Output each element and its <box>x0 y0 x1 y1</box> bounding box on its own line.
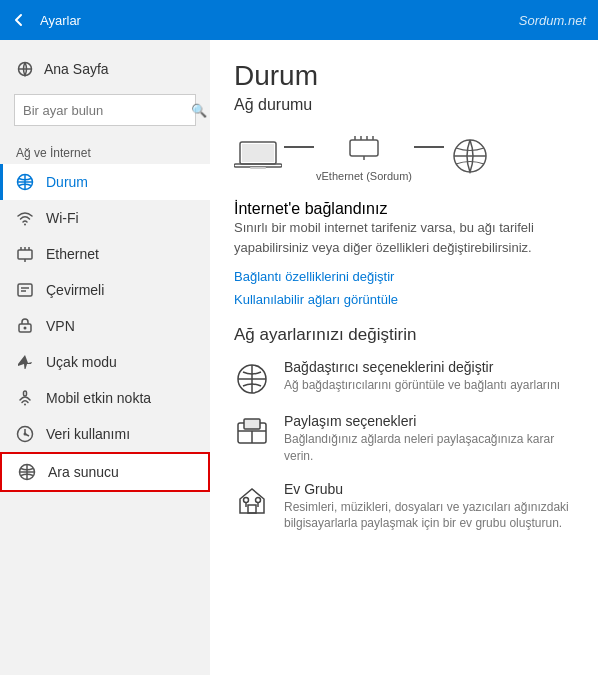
settings-item-ev-grubu[interactable]: Ev Grubu Resimleri, müzikleri, dosyaları… <box>234 481 574 533</box>
svg-rect-26 <box>250 167 266 169</box>
search-box[interactable]: 🔍 <box>14 94 196 126</box>
network-adapter-label: vEthernet (Sordum) <box>316 170 412 182</box>
sidebar-durum-label: Durum <box>46 174 88 190</box>
home-icon <box>16 60 34 78</box>
sidebar-item-ara-sunucu[interactable]: Ara sunucu <box>0 452 210 492</box>
proxy-icon <box>18 463 36 481</box>
ev-grubu-text: Ev Grubu Resimleri, müzikleri, dosyaları… <box>284 481 574 533</box>
connected-title: İnternet'e bağlandınız <box>234 200 574 218</box>
bagdastirici-desc: Ağ bağdaştırıcılarını görüntüle ve bağla… <box>284 377 560 394</box>
sidebar-vpn-label: VPN <box>46 318 75 334</box>
vpn-icon <box>16 317 34 335</box>
svg-rect-24 <box>242 144 274 162</box>
sidebar-item-vpn[interactable]: VPN <box>0 308 210 344</box>
link-connection-properties[interactable]: Bağlantı özelliklerini değiştir <box>234 269 574 284</box>
internet-icon <box>446 138 494 174</box>
bagdastirici-text: Bağdaştırıcı seçeneklerini değiştir Ağ b… <box>284 359 560 394</box>
svg-rect-39 <box>244 419 260 429</box>
svg-rect-25 <box>234 164 282 167</box>
sidebar-item-ethernet[interactable]: Ethernet <box>0 236 210 272</box>
bagdastirici-title: Bağdaştırıcı seçeneklerini değiştir <box>284 359 560 375</box>
paylasim-title: Paylaşım seçenekleri <box>284 413 574 429</box>
sidebar-cevirmeli-label: Çevirmeli <box>46 282 104 298</box>
sidebar-veri-label: Veri kullanımı <box>46 426 130 442</box>
svg-rect-11 <box>18 284 32 296</box>
settings-item-bagdastirici[interactable]: Bağdaştırıcı seçeneklerini değiştir Ağ b… <box>234 359 574 397</box>
sidebar-wifi-label: Wi-Fi <box>46 210 79 226</box>
paylasim-text: Paylaşım seçenekleri Bağlandığınız ağlar… <box>284 413 574 465</box>
titlebar: Ayarlar Sordum.net <box>0 0 598 40</box>
back-button[interactable] <box>12 13 26 27</box>
sidebar-item-mobil[interactable]: Mobil etkin nokta <box>0 380 210 416</box>
svg-rect-27 <box>350 140 378 156</box>
sidebar-item-ucak-modu[interactable]: Uçak modu <box>0 344 210 380</box>
page-title: Durum <box>234 60 574 92</box>
sidebar: Ana Sayfa 🔍 Ağ ve İnternet Durum <box>0 40 210 675</box>
content-area: Durum Ağ durumu <box>210 40 598 675</box>
settings-item-paylasim[interactable]: Paylaşım seçenekleri Bağlandığınız ağlar… <box>234 413 574 465</box>
svg-point-43 <box>244 497 249 502</box>
svg-rect-42 <box>248 505 256 513</box>
home-label: Ana Sayfa <box>44 61 109 77</box>
adapter-settings-icon <box>234 361 270 397</box>
settings-section-header: Ağ ayarlarınızı değiştirin <box>234 325 574 345</box>
sidebar-ara-sunucu-label: Ara sunucu <box>48 464 119 480</box>
network-diagram: vEthernet (Sordum) <box>234 130 574 182</box>
ethernet-icon <box>16 245 34 263</box>
svg-point-15 <box>24 327 27 330</box>
network-status-subtitle: Ağ durumu <box>234 96 574 114</box>
svg-point-16 <box>24 404 26 406</box>
sharing-icon <box>234 415 270 451</box>
svg-point-44 <box>256 497 261 502</box>
laptop-icon <box>234 138 282 174</box>
sidebar-item-durum[interactable]: Durum <box>0 164 210 200</box>
sidebar-item-veri[interactable]: Veri kullanımı <box>0 416 210 452</box>
svg-point-5 <box>24 224 26 226</box>
paylasim-desc: Bağlandığınız ağlarda neleri paylaşacağı… <box>284 431 574 465</box>
homegroup-icon <box>234 483 270 519</box>
search-icon: 🔍 <box>191 103 207 118</box>
svg-rect-17 <box>24 391 27 396</box>
ev-grubu-title: Ev Grubu <box>284 481 574 497</box>
ev-grubu-desc: Resimleri, müzikleri, dosyaları ve yazıc… <box>284 499 574 533</box>
connected-desc: Sınırlı bir mobil internet tarifeniz var… <box>234 218 574 257</box>
hotspot-icon <box>16 389 34 407</box>
sidebar-ethernet-label: Ethernet <box>46 246 99 262</box>
sidebar-ucak-modu-label: Uçak modu <box>46 354 117 370</box>
net-line-1 <box>284 146 314 148</box>
sidebar-section-label: Ağ ve İnternet <box>0 140 210 164</box>
main-container: Ana Sayfa 🔍 Ağ ve İnternet Durum <box>0 40 598 675</box>
sidebar-mobil-label: Mobil etkin nokta <box>46 390 151 406</box>
net-line-2 <box>414 146 444 148</box>
sidebar-item-wifi[interactable]: Wi-Fi <box>0 200 210 236</box>
airplane-icon <box>16 353 34 371</box>
search-input[interactable] <box>23 103 191 118</box>
network-status-icon <box>16 173 34 191</box>
sidebar-item-cevirmeli[interactable]: Çevirmeli <box>0 272 210 308</box>
watermark: Sordum.net <box>519 13 586 28</box>
sidebar-item-home[interactable]: Ana Sayfa <box>0 52 210 86</box>
data-usage-icon <box>16 425 34 443</box>
svg-rect-6 <box>18 250 32 259</box>
wifi-icon <box>16 209 34 227</box>
switch-icon: vEthernet (Sordum) <box>316 130 412 182</box>
link-available-networks[interactable]: Kullanılabilir ağları görüntüle <box>234 292 574 307</box>
dial-icon <box>16 281 34 299</box>
titlebar-title: Ayarlar <box>40 13 81 28</box>
svg-point-19 <box>24 433 27 436</box>
